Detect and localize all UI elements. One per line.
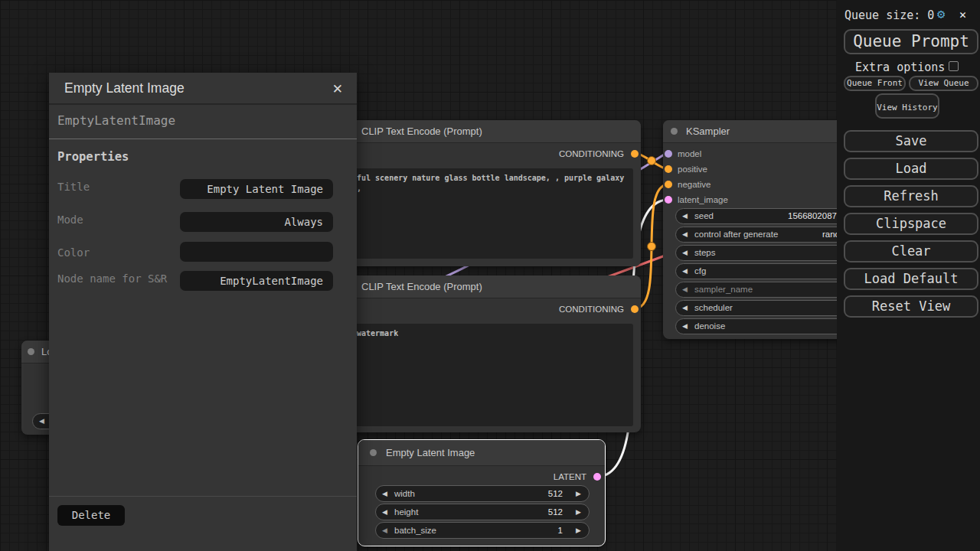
decrement-arrow-icon[interactable]: ◀ <box>682 246 688 260</box>
increment-arrow-icon[interactable]: ▶ <box>576 523 581 538</box>
input-latent-image: latent_image <box>678 194 728 206</box>
node-title-text: CLIP Text Encode (Prompt) <box>361 276 482 298</box>
prompt-textarea[interactable]: watermark <box>349 324 633 426</box>
decrement-arrow-icon[interactable]: ◀ <box>382 523 387 538</box>
model-slot-dot[interactable] <box>665 150 672 158</box>
widget-width[interactable]: ◀ width 512 ▶ <box>375 485 590 502</box>
title-field-input[interactable]: Empty Latent Image <box>180 179 333 199</box>
divider <box>49 496 357 497</box>
link-midpoint-dot[interactable] <box>648 243 656 251</box>
conditioning-slot-dot[interactable] <box>665 165 672 173</box>
node-title-text: CLIP Text Encode (Prompt) <box>361 120 482 143</box>
increment-arrow-icon[interactable]: ▶ <box>576 486 581 501</box>
node-name-field-label: Node name for S&R <box>57 271 180 286</box>
collapse-dot-icon[interactable] <box>370 449 377 456</box>
node-title-bar[interactable]: CLIP Text Encode (Prompt) <box>341 120 641 143</box>
link-midpoint-dot[interactable] <box>648 157 656 165</box>
settings-gear-icon[interactable]: ⚙ <box>937 6 945 21</box>
dialog-header: Empty Latent Image ✕ <box>49 73 357 105</box>
decrement-arrow-icon[interactable]: ◀ <box>39 414 44 429</box>
view-history-button[interactable]: View History <box>875 93 939 119</box>
decrement-arrow-icon[interactable]: ◀ <box>682 282 688 297</box>
close-menu-icon[interactable]: ✕ <box>959 8 966 21</box>
node-title-bar[interactable]: CLIP Text Encode (Prompt) <box>341 276 641 298</box>
output-conditioning: CONDITIONING <box>559 303 624 315</box>
clear-button[interactable]: Clear <box>844 240 978 262</box>
divider <box>49 139 357 139</box>
load-button[interactable]: Load <box>844 158 978 180</box>
load-default-button[interactable]: Load Default <box>844 268 978 290</box>
prompt-textarea[interactable]: ful scenery nature glass bottle landscap… <box>349 168 633 259</box>
node-clip-text-encode-positive[interactable]: CLIP Text Encode (Prompt) CONDITIONING f… <box>341 120 641 266</box>
color-field-input[interactable] <box>180 242 333 262</box>
increment-arrow-icon[interactable]: ▶ <box>576 504 581 520</box>
output-latent: LATENT <box>554 471 586 483</box>
node-empty-latent-image[interactable]: Empty Latent Image LATENT ◀ width 512 ▶ … <box>358 440 605 546</box>
refresh-button[interactable]: Refresh <box>844 185 978 207</box>
node-properties-dialog: Empty Latent Image ✕ EmptyLatentImage Pr… <box>49 73 357 551</box>
save-button[interactable]: Save <box>844 130 978 152</box>
dialog-title: Empty Latent Image <box>64 80 185 96</box>
decrement-arrow-icon[interactable]: ◀ <box>682 264 688 279</box>
decrement-arrow-icon[interactable]: ◀ <box>682 209 688 223</box>
node-title-text: KSampler <box>686 120 730 143</box>
node-name-field-input[interactable]: EmptyLatentImage <box>180 271 333 291</box>
collapse-dot-icon[interactable] <box>671 128 678 135</box>
conditioning-slot-dot[interactable] <box>665 181 672 188</box>
queue-prompt-button[interactable]: Queue Prompt <box>844 29 978 54</box>
decrement-arrow-icon[interactable]: ◀ <box>382 486 387 501</box>
widget-height[interactable]: ◀ height 512 ▶ <box>375 504 590 520</box>
reset-view-button[interactable]: Reset View <box>844 295 978 318</box>
decrement-arrow-icon[interactable]: ◀ <box>682 301 688 315</box>
queue-front-button[interactable]: Queue Front <box>844 76 906 91</box>
queue-size-label: Queue size: 0 <box>844 8 934 22</box>
widget-batch-size[interactable]: ◀ batch_size 1 ▶ <box>375 522 590 539</box>
comfyui-app: Lo ◀ c CLIP Text Encode (Prompt) CONDITI… <box>0 0 980 551</box>
conditioning-slot-dot[interactable] <box>631 150 639 158</box>
decrement-arrow-icon[interactable]: ◀ <box>682 227 688 242</box>
input-positive: positive <box>678 163 707 175</box>
decrement-arrow-icon[interactable]: ◀ <box>682 319 688 334</box>
mode-field-label: Mode <box>57 212 180 227</box>
color-field-label: Color <box>57 245 180 260</box>
extra-options-label: Extra options <box>855 60 945 74</box>
dialog-close-icon[interactable]: ✕ <box>328 80 348 99</box>
input-model: model <box>678 148 701 160</box>
collapse-dot-icon[interactable] <box>28 348 34 355</box>
extra-options-checkbox[interactable] <box>949 61 959 71</box>
latent-slot-dot[interactable] <box>665 196 672 204</box>
node-title-text: Empty Latent Image <box>386 440 475 466</box>
conditioning-slot-dot[interactable] <box>631 305 639 313</box>
decrement-arrow-icon[interactable]: ◀ <box>382 504 387 520</box>
comfy-menu-panel: Queue size: 0 ⚙ ✕ Queue Prompt Extra opt… <box>837 0 980 551</box>
properties-heading: Properties <box>57 150 129 164</box>
title-field-label: Title <box>57 179 180 194</box>
output-conditioning: CONDITIONING <box>559 148 624 160</box>
node-clip-text-encode-negative[interactable]: CLIP Text Encode (Prompt) CONDITIONING w… <box>341 276 641 432</box>
mode-field-input[interactable]: Always <box>180 212 333 232</box>
clipspace-button[interactable]: Clipspace <box>844 213 978 235</box>
node-type-label: EmptyLatentImage <box>57 113 175 128</box>
input-negative: negative <box>678 178 710 191</box>
delete-node-button[interactable]: Delete <box>57 505 125 526</box>
latent-slot-dot[interactable] <box>593 473 601 481</box>
node-title-bar[interactable]: Empty Latent Image <box>358 440 605 466</box>
view-queue-button[interactable]: View Queue <box>909 76 978 91</box>
